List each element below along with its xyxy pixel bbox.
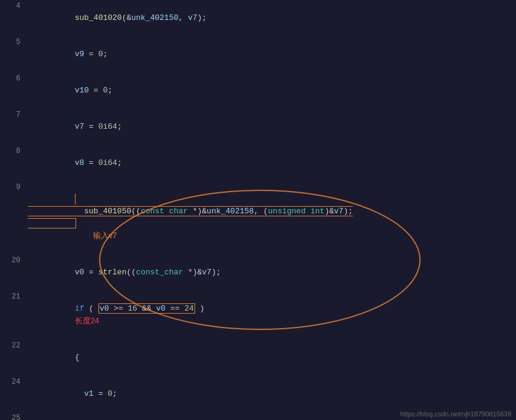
line-code: v8 = 0i64; (25, 145, 516, 181)
line-code: if ( v0 >= 16 && v0 == 24 ) 长度24 (25, 291, 516, 340)
line-code: sub_401020(&unk_402150, v7); (25, 0, 516, 36)
line-code: v10 = 0; (25, 73, 516, 109)
table-row: 24 v1 = 0; (0, 376, 516, 412)
code-table: 4 sub_401020(&unk_402150, v7); 5 v9 = 0;… (0, 0, 516, 420)
line-number: 7 (0, 109, 25, 145)
line-code: v0 = strlen((const_char *)&v7); (25, 254, 516, 291)
annotation-length: 长度24 (75, 316, 99, 325)
code-container: 4 sub_401020(&unk_402150, v7); 5 v9 = 0;… (0, 0, 516, 420)
line-code: v7 = 0i64; (25, 109, 516, 145)
line-code: { (25, 340, 516, 376)
table-row: 5 v9 = 0; (0, 36, 516, 73)
line-code: v9 = 0; (25, 36, 516, 73)
table-row: 20 v0 = strlen((const_char *)&v7); (0, 254, 516, 291)
table-row: 22 { (0, 340, 516, 376)
table-row: 8 v8 = 0i64; (0, 145, 516, 181)
line-number: 25 (0, 412, 25, 420)
table-row: 6 v10 = 0; (0, 73, 516, 109)
line-number: 24 (0, 376, 25, 412)
table-row: 9 sub_401050((const char *)&unk_402158, … (0, 181, 516, 254)
table-row: 4 sub_401020(&unk_402150, v7); (0, 0, 516, 36)
code-token: sub_401020 (75, 13, 122, 22)
line-number: 5 (0, 36, 25, 73)
condition-highlight: v0 >= 16 && v0 == 24 (98, 303, 195, 314)
line-number: 4 (0, 0, 25, 36)
line-number: 6 (0, 73, 25, 109)
line-code: v1 = 0; (25, 376, 516, 412)
line-code: sub_401050((const char *)&unk_402158, (u… (25, 181, 516, 254)
line-number: 8 (0, 145, 25, 181)
line-number: 20 (0, 254, 25, 291)
table-row: 7 v7 = 0i64; (0, 109, 516, 145)
highlighted-call: sub_401050((const char *)&unk_402158, (u… (28, 194, 353, 228)
annotation-input-v7: 输入v7 (93, 231, 117, 240)
line-number: 22 (0, 340, 25, 376)
watermark: https://blog.csdn.net/njh18790815639 (401, 410, 511, 418)
line-number: 21 (0, 291, 25, 340)
line-number: 9 (0, 181, 25, 254)
table-row: 21 if ( v0 >= 16 && v0 == 24 ) 长度24 (0, 291, 516, 340)
